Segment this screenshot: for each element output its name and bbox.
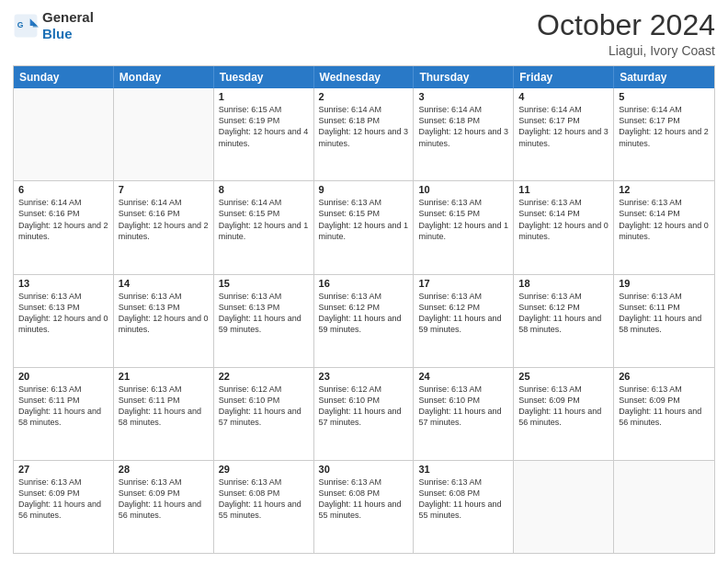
calendar-header: SundayMondayTuesdayWednesdayThursdayFrid… — [14, 66, 714, 88]
calendar-cell: 6Sunrise: 6:14 AM Sunset: 6:16 PM Daylig… — [14, 181, 114, 273]
logo-general: General — [42, 9, 94, 26]
cell-details: Sunrise: 6:13 AM Sunset: 6:09 PM Dayligh… — [119, 477, 209, 522]
cell-details: Sunrise: 6:13 AM Sunset: 6:13 PM Dayligh… — [119, 291, 209, 336]
cell-details: Sunrise: 6:14 AM Sunset: 6:16 PM Dayligh… — [18, 197, 108, 242]
day-number: 9 — [319, 184, 409, 195]
calendar-body: 1Sunrise: 6:15 AM Sunset: 6:19 PM Daylig… — [14, 88, 714, 553]
day-number: 29 — [219, 464, 309, 475]
weekday-header: Tuesday — [214, 66, 314, 88]
calendar-cell: 7Sunrise: 6:14 AM Sunset: 6:16 PM Daylig… — [114, 181, 214, 273]
calendar-cell: 4Sunrise: 6:14 AM Sunset: 6:17 PM Daylig… — [514, 88, 614, 180]
calendar-row: 1Sunrise: 6:15 AM Sunset: 6:19 PM Daylig… — [14, 88, 714, 180]
calendar-cell: 16Sunrise: 6:13 AM Sunset: 6:12 PM Dayli… — [314, 275, 415, 367]
cell-details: Sunrise: 6:14 AM Sunset: 6:18 PM Dayligh… — [319, 104, 409, 149]
logo: G General Blue — [13, 9, 94, 42]
day-number: 8 — [219, 184, 309, 195]
month-title: October 2024 — [537, 9, 715, 41]
weekday-header: Wednesday — [314, 66, 415, 88]
day-number: 22 — [219, 371, 309, 382]
calendar-cell: 29Sunrise: 6:13 AM Sunset: 6:08 PM Dayli… — [214, 461, 314, 553]
calendar-cell: 26Sunrise: 6:13 AM Sunset: 6:09 PM Dayli… — [614, 368, 714, 460]
day-number: 14 — [119, 278, 209, 289]
cell-details: Sunrise: 6:13 AM Sunset: 6:11 PM Dayligh… — [18, 384, 108, 429]
day-number: 23 — [319, 371, 409, 382]
svg-text:G: G — [17, 20, 24, 29]
calendar-cell — [114, 88, 214, 180]
calendar-cell: 21Sunrise: 6:13 AM Sunset: 6:11 PM Dayli… — [114, 368, 214, 460]
day-number: 13 — [18, 278, 108, 289]
calendar-cell: 15Sunrise: 6:13 AM Sunset: 6:13 PM Dayli… — [214, 275, 314, 367]
logo-text: General Blue — [42, 9, 94, 42]
weekday-header: Monday — [114, 66, 214, 88]
day-number: 16 — [319, 278, 409, 289]
day-number: 1 — [219, 91, 309, 102]
calendar-cell: 18Sunrise: 6:13 AM Sunset: 6:12 PM Dayli… — [514, 275, 614, 367]
cell-details: Sunrise: 6:14 AM Sunset: 6:18 PM Dayligh… — [418, 104, 508, 149]
cell-details: Sunrise: 6:13 AM Sunset: 6:13 PM Dayligh… — [18, 291, 108, 336]
cell-details: Sunrise: 6:13 AM Sunset: 6:09 PM Dayligh… — [619, 384, 710, 429]
day-number: 7 — [119, 184, 209, 195]
weekday-header: Friday — [514, 66, 614, 88]
day-number: 11 — [518, 184, 609, 195]
calendar-cell: 12Sunrise: 6:13 AM Sunset: 6:14 PM Dayli… — [614, 181, 714, 273]
cell-details: Sunrise: 6:14 AM Sunset: 6:16 PM Dayligh… — [119, 197, 209, 242]
day-number: 25 — [518, 371, 609, 382]
calendar-cell: 14Sunrise: 6:13 AM Sunset: 6:13 PM Dayli… — [114, 275, 214, 367]
cell-details: Sunrise: 6:12 AM Sunset: 6:10 PM Dayligh… — [219, 384, 309, 429]
day-number: 18 — [518, 278, 609, 289]
day-number: 21 — [119, 371, 209, 382]
title-block: October 2024 Liagui, Ivory Coast — [537, 9, 715, 58]
calendar-cell: 19Sunrise: 6:13 AM Sunset: 6:11 PM Dayli… — [614, 275, 714, 367]
cell-details: Sunrise: 6:13 AM Sunset: 6:14 PM Dayligh… — [518, 197, 609, 242]
calendar-cell — [514, 461, 614, 553]
weekday-header: Sunday — [14, 66, 114, 88]
calendar-cell: 24Sunrise: 6:13 AM Sunset: 6:10 PM Dayli… — [414, 368, 514, 460]
cell-details: Sunrise: 6:14 AM Sunset: 6:15 PM Dayligh… — [219, 197, 309, 242]
cell-details: Sunrise: 6:13 AM Sunset: 6:15 PM Dayligh… — [418, 197, 508, 242]
day-number: 17 — [418, 278, 508, 289]
weekday-header: Thursday — [414, 66, 514, 88]
day-number: 15 — [219, 278, 309, 289]
day-number: 12 — [619, 184, 710, 195]
calendar-cell: 20Sunrise: 6:13 AM Sunset: 6:11 PM Dayli… — [14, 368, 114, 460]
calendar-cell: 28Sunrise: 6:13 AM Sunset: 6:09 PM Dayli… — [114, 461, 214, 553]
cell-details: Sunrise: 6:13 AM Sunset: 6:11 PM Dayligh… — [619, 291, 710, 336]
day-number: 20 — [18, 371, 108, 382]
calendar-cell: 11Sunrise: 6:13 AM Sunset: 6:14 PM Dayli… — [514, 181, 614, 273]
cell-details: Sunrise: 6:13 AM Sunset: 6:10 PM Dayligh… — [418, 384, 508, 429]
cell-details: Sunrise: 6:13 AM Sunset: 6:09 PM Dayligh… — [518, 384, 609, 429]
cell-details: Sunrise: 6:14 AM Sunset: 6:17 PM Dayligh… — [619, 104, 710, 149]
day-number: 30 — [319, 464, 409, 475]
calendar-cell: 25Sunrise: 6:13 AM Sunset: 6:09 PM Dayli… — [514, 368, 614, 460]
logo-icon: G — [13, 13, 39, 39]
cell-details: Sunrise: 6:13 AM Sunset: 6:15 PM Dayligh… — [319, 197, 409, 242]
cell-details: Sunrise: 6:13 AM Sunset: 6:12 PM Dayligh… — [518, 291, 609, 336]
day-number: 3 — [418, 91, 508, 102]
day-number: 5 — [619, 91, 710, 102]
calendar-cell: 22Sunrise: 6:12 AM Sunset: 6:10 PM Dayli… — [214, 368, 314, 460]
calendar-cell: 9Sunrise: 6:13 AM Sunset: 6:15 PM Daylig… — [314, 181, 415, 273]
cell-details: Sunrise: 6:12 AM Sunset: 6:10 PM Dayligh… — [319, 384, 409, 429]
day-number: 28 — [119, 464, 209, 475]
calendar-cell: 2Sunrise: 6:14 AM Sunset: 6:18 PM Daylig… — [314, 88, 415, 180]
cell-details: Sunrise: 6:13 AM Sunset: 6:13 PM Dayligh… — [219, 291, 309, 336]
day-number: 2 — [319, 91, 409, 102]
day-number: 10 — [418, 184, 508, 195]
calendar-row: 20Sunrise: 6:13 AM Sunset: 6:11 PM Dayli… — [14, 367, 714, 460]
day-number: 4 — [518, 91, 609, 102]
calendar-cell: 13Sunrise: 6:13 AM Sunset: 6:13 PM Dayli… — [14, 275, 114, 367]
location: Liagui, Ivory Coast — [537, 43, 715, 58]
header: G General Blue October 2024 Liagui, Ivor… — [13, 9, 715, 58]
cell-details: Sunrise: 6:13 AM Sunset: 6:12 PM Dayligh… — [418, 291, 508, 336]
calendar-cell — [614, 461, 714, 553]
calendar-cell: 8Sunrise: 6:14 AM Sunset: 6:15 PM Daylig… — [214, 181, 314, 273]
calendar: SundayMondayTuesdayWednesdayThursdayFrid… — [13, 65, 715, 554]
calendar-row: 27Sunrise: 6:13 AM Sunset: 6:09 PM Dayli… — [14, 460, 714, 553]
weekday-header: Saturday — [614, 66, 714, 88]
cell-details: Sunrise: 6:13 AM Sunset: 6:11 PM Dayligh… — [119, 384, 209, 429]
day-number: 26 — [619, 371, 710, 382]
day-number: 19 — [619, 278, 710, 289]
cell-details: Sunrise: 6:13 AM Sunset: 6:09 PM Dayligh… — [18, 477, 108, 522]
logo-blue: Blue — [42, 26, 94, 42]
day-number: 6 — [18, 184, 108, 195]
